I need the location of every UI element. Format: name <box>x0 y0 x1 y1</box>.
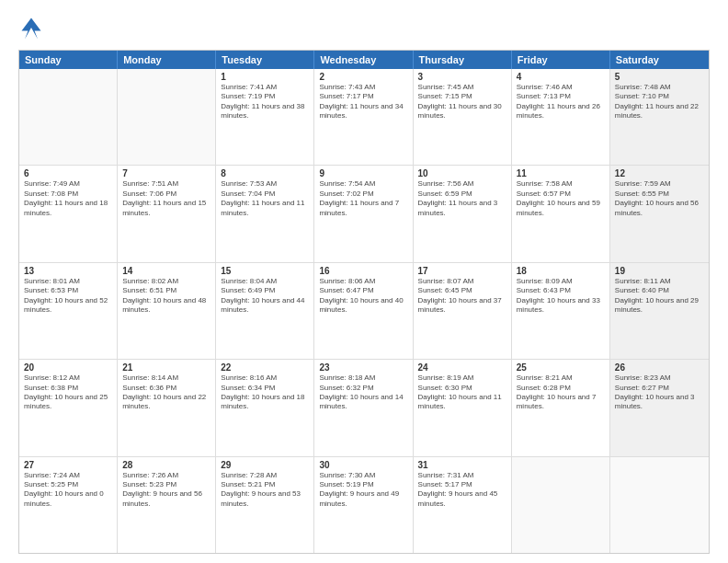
calendar-cell: 20Sunrise: 8:12 AM Sunset: 6:38 PM Dayli… <box>19 360 118 455</box>
weekday-header: Wednesday <box>314 51 413 69</box>
cell-info: Sunrise: 7:28 AM Sunset: 5:21 PM Dayligh… <box>221 471 309 510</box>
cell-info: Sunrise: 8:16 AM Sunset: 6:34 PM Dayligh… <box>221 373 309 412</box>
calendar-cell: 12Sunrise: 7:59 AM Sunset: 6:55 PM Dayli… <box>610 166 709 261</box>
day-number: 22 <box>221 362 309 373</box>
cell-info: Sunrise: 8:09 AM Sunset: 6:43 PM Dayligh… <box>517 277 605 316</box>
calendar-cell: 26Sunrise: 8:23 AM Sunset: 6:27 PM Dayli… <box>610 360 709 455</box>
calendar-row: 27Sunrise: 7:24 AM Sunset: 5:25 PM Dayli… <box>19 457 709 553</box>
calendar-cell: 7Sunrise: 7:51 AM Sunset: 7:06 PM Daylig… <box>118 166 216 261</box>
calendar-cell: 14Sunrise: 8:02 AM Sunset: 6:51 PM Dayli… <box>118 263 216 359</box>
cell-info: Sunrise: 7:56 AM Sunset: 6:59 PM Dayligh… <box>418 179 506 218</box>
calendar-cell: 6Sunrise: 7:49 AM Sunset: 7:08 PM Daylig… <box>19 166 118 261</box>
weekday-header: Monday <box>118 51 216 69</box>
day-number: 1 <box>221 72 309 82</box>
calendar-cell: 10Sunrise: 7:56 AM Sunset: 6:59 PM Dayli… <box>414 166 512 261</box>
calendar-cell: 22Sunrise: 8:16 AM Sunset: 6:34 PM Dayli… <box>216 360 314 455</box>
day-number: 7 <box>122 168 210 178</box>
cell-info: Sunrise: 8:18 AM Sunset: 6:32 PM Dayligh… <box>319 373 407 412</box>
day-number: 3 <box>418 72 506 82</box>
cell-info: Sunrise: 8:06 AM Sunset: 6:47 PM Dayligh… <box>319 277 407 316</box>
calendar-header: SundayMondayTuesdayWednesdayThursdayFrid… <box>19 51 709 69</box>
cell-info: Sunrise: 8:11 AM Sunset: 6:40 PM Dayligh… <box>615 277 704 316</box>
day-number: 26 <box>615 362 704 373</box>
cell-info: Sunrise: 7:31 AM Sunset: 5:17 PM Dayligh… <box>418 471 506 510</box>
calendar-cell: 4Sunrise: 7:46 AM Sunset: 7:13 PM Daylig… <box>512 69 610 165</box>
calendar-cell: 28Sunrise: 7:26 AM Sunset: 5:23 PM Dayli… <box>118 457 216 553</box>
calendar-cell: 31Sunrise: 7:31 AM Sunset: 5:17 PM Dayli… <box>414 457 512 553</box>
calendar-cell: 24Sunrise: 8:19 AM Sunset: 6:30 PM Dayli… <box>414 360 512 455</box>
calendar-row: 1Sunrise: 7:41 AM Sunset: 7:19 PM Daylig… <box>19 69 709 166</box>
day-number: 6 <box>24 168 112 178</box>
calendar-cell: 21Sunrise: 8:14 AM Sunset: 6:36 PM Dayli… <box>118 360 216 455</box>
day-number: 10 <box>418 168 506 178</box>
logo <box>18 15 48 40</box>
calendar-cell: 5Sunrise: 7:48 AM Sunset: 7:10 PM Daylig… <box>610 69 709 165</box>
cell-info: Sunrise: 7:41 AM Sunset: 7:19 PM Dayligh… <box>221 83 309 121</box>
weekday-header: Thursday <box>414 51 512 69</box>
day-number: 17 <box>418 266 506 276</box>
day-number: 8 <box>221 168 309 178</box>
calendar-cell <box>19 69 118 165</box>
calendar-cell: 8Sunrise: 7:53 AM Sunset: 7:04 PM Daylig… <box>216 166 314 261</box>
calendar-cell: 18Sunrise: 8:09 AM Sunset: 6:43 PM Dayli… <box>512 263 610 359</box>
cell-info: Sunrise: 7:58 AM Sunset: 6:57 PM Dayligh… <box>517 179 605 218</box>
calendar-cell: 30Sunrise: 7:30 AM Sunset: 5:19 PM Dayli… <box>314 457 413 553</box>
cell-info: Sunrise: 7:24 AM Sunset: 5:25 PM Dayligh… <box>24 471 112 510</box>
day-number: 2 <box>319 72 407 82</box>
calendar-cell: 17Sunrise: 8:07 AM Sunset: 6:45 PM Dayli… <box>414 263 512 359</box>
day-number: 9 <box>319 168 407 178</box>
calendar-row: 13Sunrise: 8:01 AM Sunset: 6:53 PM Dayli… <box>19 263 709 360</box>
cell-info: Sunrise: 8:14 AM Sunset: 6:36 PM Dayligh… <box>122 373 210 412</box>
cell-info: Sunrise: 7:30 AM Sunset: 5:19 PM Dayligh… <box>319 471 407 510</box>
weekday-header: Saturday <box>610 51 709 69</box>
day-number: 5 <box>615 72 704 82</box>
cell-info: Sunrise: 7:53 AM Sunset: 7:04 PM Dayligh… <box>221 179 309 218</box>
cell-info: Sunrise: 8:12 AM Sunset: 6:38 PM Dayligh… <box>24 373 112 412</box>
day-number: 13 <box>24 266 112 276</box>
cell-info: Sunrise: 7:48 AM Sunset: 7:10 PM Dayligh… <box>615 83 704 121</box>
calendar-cell: 13Sunrise: 8:01 AM Sunset: 6:53 PM Dayli… <box>19 263 118 359</box>
logo-icon <box>18 15 44 40</box>
calendar-cell: 2Sunrise: 7:43 AM Sunset: 7:17 PM Daylig… <box>314 69 413 165</box>
day-number: 29 <box>221 460 309 470</box>
day-number: 18 <box>517 266 605 276</box>
calendar-cell: 29Sunrise: 7:28 AM Sunset: 5:21 PM Dayli… <box>216 457 314 553</box>
day-number: 15 <box>221 266 309 276</box>
header <box>18 15 710 40</box>
cell-info: Sunrise: 8:01 AM Sunset: 6:53 PM Dayligh… <box>24 277 112 316</box>
cell-info: Sunrise: 8:23 AM Sunset: 6:27 PM Dayligh… <box>615 373 704 412</box>
cell-info: Sunrise: 7:43 AM Sunset: 7:17 PM Dayligh… <box>319 83 407 121</box>
cell-info: Sunrise: 8:21 AM Sunset: 6:28 PM Dayligh… <box>517 373 605 412</box>
calendar-cell <box>512 457 610 553</box>
day-number: 25 <box>517 362 605 373</box>
day-number: 11 <box>517 168 605 178</box>
cell-info: Sunrise: 7:59 AM Sunset: 6:55 PM Dayligh… <box>615 179 704 218</box>
cell-info: Sunrise: 8:02 AM Sunset: 6:51 PM Dayligh… <box>122 277 210 316</box>
calendar-row: 6Sunrise: 7:49 AM Sunset: 7:08 PM Daylig… <box>19 166 709 262</box>
calendar-cell <box>610 457 709 553</box>
cell-info: Sunrise: 8:07 AM Sunset: 6:45 PM Dayligh… <box>418 277 506 316</box>
calendar-cell: 15Sunrise: 8:04 AM Sunset: 6:49 PM Dayli… <box>216 263 314 359</box>
cell-info: Sunrise: 7:54 AM Sunset: 7:02 PM Dayligh… <box>319 179 407 218</box>
day-number: 16 <box>319 266 407 276</box>
calendar-cell: 27Sunrise: 7:24 AM Sunset: 5:25 PM Dayli… <box>19 457 118 553</box>
calendar-row: 20Sunrise: 8:12 AM Sunset: 6:38 PM Dayli… <box>19 360 709 456</box>
calendar-cell: 25Sunrise: 8:21 AM Sunset: 6:28 PM Dayli… <box>512 360 610 455</box>
day-number: 12 <box>615 168 704 178</box>
calendar-cell: 1Sunrise: 7:41 AM Sunset: 7:19 PM Daylig… <box>216 69 314 165</box>
calendar-cell <box>118 69 216 165</box>
day-number: 30 <box>319 460 407 470</box>
day-number: 21 <box>122 362 210 373</box>
calendar-body: 1Sunrise: 7:41 AM Sunset: 7:19 PM Daylig… <box>19 69 709 553</box>
cell-info: Sunrise: 8:04 AM Sunset: 6:49 PM Dayligh… <box>221 277 309 316</box>
day-number: 27 <box>24 460 112 470</box>
day-number: 23 <box>319 362 407 373</box>
cell-info: Sunrise: 7:45 AM Sunset: 7:15 PM Dayligh… <box>418 83 506 121</box>
calendar-cell: 9Sunrise: 7:54 AM Sunset: 7:02 PM Daylig… <box>314 166 413 261</box>
svg-marker-0 <box>22 18 41 40</box>
day-number: 20 <box>24 362 112 373</box>
weekday-header: Tuesday <box>216 51 314 69</box>
page: SundayMondayTuesdayWednesdayThursdayFrid… <box>0 0 728 563</box>
day-number: 28 <box>122 460 210 470</box>
day-number: 31 <box>418 460 506 470</box>
